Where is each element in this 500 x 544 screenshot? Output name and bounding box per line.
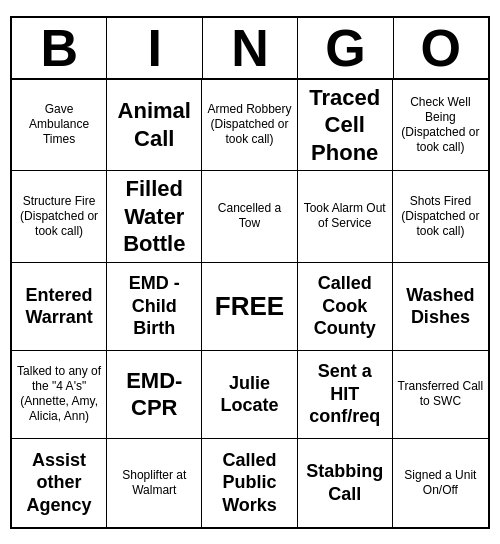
bingo-cell-6: Filled Water Bottle bbox=[107, 171, 202, 263]
bingo-cell-17: Julie Locate bbox=[202, 351, 297, 439]
header-letter-n: N bbox=[203, 18, 298, 78]
bingo-cell-22: Called Public Works bbox=[202, 439, 297, 527]
bingo-cell-16: EMD- CPR bbox=[107, 351, 202, 439]
bingo-cell-14: Washed Dishes bbox=[393, 263, 488, 351]
header-letter-b: B bbox=[12, 18, 107, 78]
bingo-cell-18: Sent a HIT conf/req bbox=[298, 351, 393, 439]
bingo-cell-11: EMD - Child Birth bbox=[107, 263, 202, 351]
bingo-cell-13: Called Cook County bbox=[298, 263, 393, 351]
bingo-cell-10: Entered Warrant bbox=[12, 263, 107, 351]
bingo-card: BINGO Gave Ambulance TimesAnimal CallArm… bbox=[10, 16, 490, 529]
bingo-cell-9: Shots Fired (Dispatched or took call) bbox=[393, 171, 488, 263]
bingo-cell-2: Armed Robbery (Dispatched or took call) bbox=[202, 80, 297, 172]
bingo-cell-24: Signed a Unit On/Off bbox=[393, 439, 488, 527]
bingo-cell-0: Gave Ambulance Times bbox=[12, 80, 107, 172]
bingo-cell-7: Cancelled a Tow bbox=[202, 171, 297, 263]
bingo-cell-20: Assist other Agency bbox=[12, 439, 107, 527]
header-letter-i: I bbox=[107, 18, 202, 78]
bingo-cell-12: FREE bbox=[202, 263, 297, 351]
header-letter-g: G bbox=[298, 18, 393, 78]
bingo-cell-3: Traced Cell Phone bbox=[298, 80, 393, 172]
bingo-cell-8: Took Alarm Out of Service bbox=[298, 171, 393, 263]
bingo-cell-21: Shoplifter at Walmart bbox=[107, 439, 202, 527]
bingo-cell-1: Animal Call bbox=[107, 80, 202, 172]
bingo-cell-4: Check Well Being (Dispatched or took cal… bbox=[393, 80, 488, 172]
header-letter-o: O bbox=[394, 18, 488, 78]
bingo-cell-23: Stabbing Call bbox=[298, 439, 393, 527]
bingo-cell-5: Structure Fire (Dispatched or took call) bbox=[12, 171, 107, 263]
bingo-cell-15: Talked to any of the "4 A's" (Annette, A… bbox=[12, 351, 107, 439]
bingo-grid: Gave Ambulance TimesAnimal CallArmed Rob… bbox=[12, 80, 488, 527]
bingo-header: BINGO bbox=[12, 18, 488, 80]
bingo-cell-19: Transferred Call to SWC bbox=[393, 351, 488, 439]
